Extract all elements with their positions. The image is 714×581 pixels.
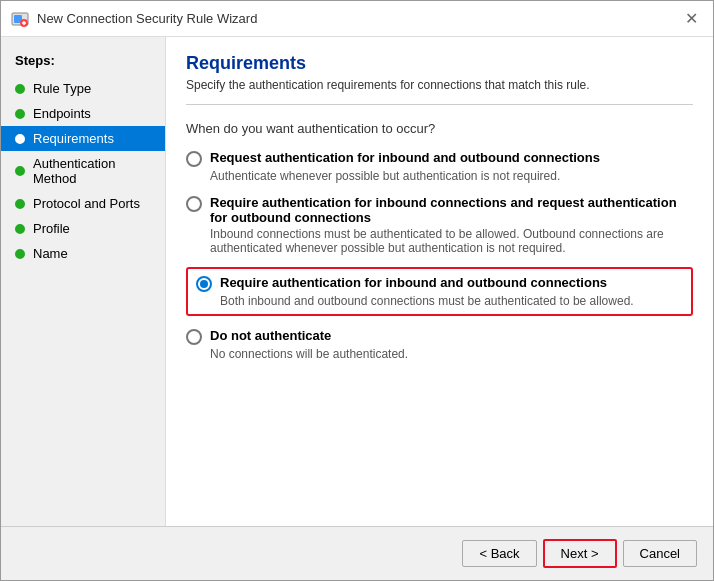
sidebar-item-protocol-and-ports[interactable]: Protocol and Ports — [1, 191, 165, 216]
step-label-endpoints: Endpoints — [33, 106, 91, 121]
sidebar-item-endpoints[interactable]: Endpoints — [1, 101, 165, 126]
main-panel: Requirements Specify the authentication … — [166, 37, 713, 526]
panel-title: Requirements — [186, 53, 693, 74]
step-label-name: Name — [33, 246, 68, 261]
option-option2[interactable]: Require authentication for inbound conne… — [186, 195, 693, 255]
step-dot-endpoints — [15, 109, 25, 119]
option-option3[interactable]: Require authentication for inbound and o… — [186, 267, 693, 316]
panel-description: Specify the authentication requirements … — [186, 78, 693, 105]
radio-option2[interactable] — [186, 196, 202, 212]
option-desc-option3: Both inbound and outbound connections mu… — [220, 294, 683, 308]
close-button[interactable]: ✕ — [679, 7, 703, 31]
sidebar-item-requirements[interactable]: Requirements — [1, 126, 165, 151]
option-option1[interactable]: Request authentication for inbound and o… — [186, 150, 693, 183]
step-dot-rule-type — [15, 84, 25, 94]
back-button[interactable]: < Back — [462, 540, 536, 567]
sidebar-item-name[interactable]: Name — [1, 241, 165, 266]
step-dot-profile — [15, 224, 25, 234]
option-desc-option4: No connections will be authenticated. — [210, 347, 693, 361]
footer: < Back Next > Cancel — [1, 526, 713, 580]
option-title-option4: Do not authenticate — [210, 328, 331, 343]
option-title-option3: Require authentication for inbound and o… — [220, 275, 607, 290]
wizard-icon — [11, 10, 29, 28]
option-desc-option2: Inbound connections must be authenticate… — [210, 227, 693, 255]
options-group: Request authentication for inbound and o… — [186, 150, 693, 510]
step-dot-authentication-method — [15, 166, 25, 176]
sidebar: Steps: Rule TypeEndpointsRequirementsAut… — [1, 37, 166, 526]
content-area: Steps: Rule TypeEndpointsRequirementsAut… — [1, 37, 713, 526]
title-bar: New Connection Security Rule Wizard ✕ — [1, 1, 713, 37]
radio-option1[interactable] — [186, 151, 202, 167]
option-title-option2: Require authentication for inbound conne… — [210, 195, 693, 225]
title-bar-left: New Connection Security Rule Wizard — [11, 10, 257, 28]
wizard-window: New Connection Security Rule Wizard ✕ St… — [0, 0, 714, 581]
window-title: New Connection Security Rule Wizard — [37, 11, 257, 26]
sidebar-item-profile[interactable]: Profile — [1, 216, 165, 241]
radio-option4[interactable] — [186, 329, 202, 345]
next-button[interactable]: Next > — [543, 539, 617, 568]
step-label-rule-type: Rule Type — [33, 81, 91, 96]
step-label-protocol-and-ports: Protocol and Ports — [33, 196, 140, 211]
steps-label: Steps: — [1, 47, 165, 76]
step-dot-protocol-and-ports — [15, 199, 25, 209]
question-text: When do you want authentication to occur… — [186, 121, 693, 136]
step-dot-name — [15, 249, 25, 259]
option-title-option1: Request authentication for inbound and o… — [210, 150, 600, 165]
radio-option3[interactable] — [196, 276, 212, 292]
step-dot-requirements — [15, 134, 25, 144]
step-label-requirements: Requirements — [33, 131, 114, 146]
option-desc-option1: Authenticate whenever possible but authe… — [210, 169, 693, 183]
option-option4[interactable]: Do not authenticateNo connections will b… — [186, 328, 693, 361]
cancel-button[interactable]: Cancel — [623, 540, 697, 567]
sidebar-item-authentication-method[interactable]: Authentication Method — [1, 151, 165, 191]
sidebar-item-rule-type[interactable]: Rule Type — [1, 76, 165, 101]
step-label-profile: Profile — [33, 221, 70, 236]
step-label-authentication-method: Authentication Method — [33, 156, 151, 186]
